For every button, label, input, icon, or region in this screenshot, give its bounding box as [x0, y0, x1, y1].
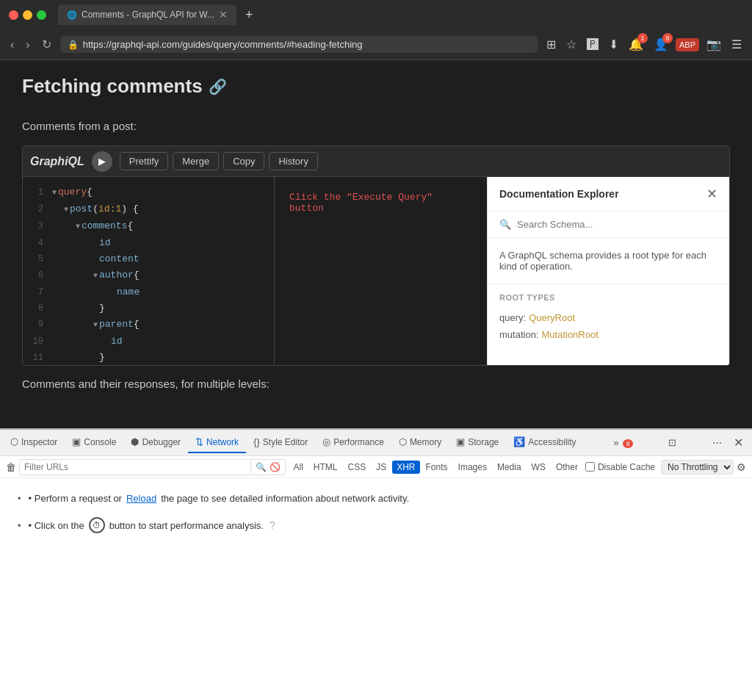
hint2-pre-text: • Click on the [29, 520, 84, 531]
doc-explorer-close-button[interactable]: ✕ [706, 186, 717, 202]
tab-close-button[interactable]: ✕ [219, 9, 228, 21]
filter-css-button[interactable]: CSS [343, 461, 370, 474]
forward-button[interactable]: › [23, 35, 32, 54]
new-tab-button[interactable]: + [239, 7, 259, 23]
graphiql-body: 1 ▼ query { 2 ▼ post(id:1) { 3 ▼ c [23, 177, 729, 365]
reload-page-button[interactable]: Reload [126, 493, 156, 504]
filter-block-icon[interactable]: 🚫 [270, 462, 281, 472]
address-bar[interactable]: 🔒 https://graphql-api.com/guides/query/c… [60, 36, 538, 53]
download-button[interactable]: ⬇ [606, 35, 621, 54]
pocket-button[interactable]: 🅿 [584, 35, 601, 54]
doc-query-value[interactable]: QueryRoot [529, 312, 575, 323]
devtools-content: • • Perform a request or Reload the page… [0, 478, 752, 700]
screenshot-button[interactable]: 📷 [704, 35, 724, 54]
network-hint-1: • • Perform a request or Reload the page… [18, 493, 734, 504]
disable-cache-input[interactable] [585, 462, 595, 472]
tab-style-editor[interactable]: {} Style Editor [246, 432, 315, 453]
tab-accessibility[interactable]: ♿ Accessibility [506, 432, 583, 453]
devtools-panel: ⬡ Inspector ▣ Console ⬢ Debugger ⇅ Netwo… [0, 428, 752, 700]
filter-other-button[interactable]: Other [552, 461, 582, 474]
devtools-responsive-button[interactable]: ⊡ [662, 434, 682, 451]
disable-cache-label: Disable Cache [598, 462, 655, 472]
doc-description: A GraphQL schema provides a root type fo… [488, 238, 729, 284]
merge-button[interactable]: Merge [173, 152, 219, 170]
disable-cache-checkbox[interactable]: Disable Cache [585, 462, 655, 472]
throttle-selector[interactable]: No Throttling [661, 460, 734, 475]
doc-explorer-header: Documentation Explorer ✕ [488, 177, 729, 212]
account-button[interactable]: 👤 9 [651, 35, 671, 54]
execute-hint: Click the "Execute Query" button [289, 192, 472, 214]
minimize-traffic-light[interactable] [23, 10, 32, 20]
filter-search-icon[interactable]: 🔍 [256, 462, 267, 472]
doc-search-input[interactable] [517, 219, 717, 230]
close-traffic-light[interactable] [9, 10, 18, 20]
history-button[interactable]: History [269, 152, 317, 170]
code-line-5: 5 content [23, 251, 274, 267]
filter-js-button[interactable]: JS [372, 461, 391, 474]
maximize-traffic-light[interactable] [37, 10, 46, 20]
code-line-1: 1 ▼ query { [23, 184, 274, 201]
active-tab[interactable]: 🌐 Comments - GraphQL API for W... ✕ [58, 4, 236, 25]
devtools-tabs: ⬡ Inspector ▣ Console ⬢ Debugger ⇅ Netwo… [0, 430, 752, 456]
tab-inspector[interactable]: ⬡ Inspector [3, 432, 65, 453]
doc-type-mutation: mutation: MutationRoot [499, 329, 717, 340]
filter-input-wrap: 🔍 🚫 [19, 459, 286, 475]
accessibility-icon: ♿ [513, 436, 525, 447]
section2-text: Comments and their responses, for multip… [22, 378, 730, 390]
menu-button[interactable]: ☰ [728, 35, 745, 54]
filter-html-button[interactable]: HTML [309, 461, 342, 474]
code-line-10: 10 id [23, 333, 274, 350]
filter-fonts-button[interactable]: Fonts [422, 461, 452, 474]
prettify-button[interactable]: Prettify [120, 152, 168, 170]
devtools-options-button[interactable]: ⋯ [706, 434, 728, 451]
clear-network-icon[interactable]: 🗑 [6, 461, 16, 473]
doc-mutation-value[interactable]: MutationRoot [541, 329, 598, 340]
help-icon[interactable]: ? [270, 519, 275, 531]
graphiql-logo: GraphiQL [30, 155, 84, 168]
devtools-close-button[interactable]: ✕ [728, 433, 749, 452]
console-icon: ▣ [72, 436, 81, 447]
network-icon: ⇅ [195, 436, 203, 447]
devtools-filter-bar: 🗑 🔍 🚫 All HTML CSS JS XHR Fonts Images M… [0, 456, 752, 478]
page-subtext: Comments from a post: [22, 120, 730, 132]
hint1-post-text: the page to see detailed information abo… [161, 493, 409, 504]
page-title: Fetching comments 🔗 [22, 75, 227, 98]
heading-anchor[interactable]: 🔗 [209, 78, 227, 95]
devtools-more-tabs-button[interactable]: » 9 [607, 434, 638, 451]
tab-storage-label: Storage [468, 437, 499, 447]
doc-explorer-title: Documentation Explorer [499, 188, 619, 200]
bookmark-button[interactable]: ☆ [563, 35, 579, 54]
tab-console[interactable]: ▣ Console [65, 432, 123, 453]
extension-button[interactable]: ABP [676, 38, 699, 51]
filter-xhr-button[interactable]: XHR [392, 461, 419, 474]
tab-performance[interactable]: ◎ Performance [315, 432, 391, 453]
style-editor-icon: {} [253, 436, 260, 447]
graphiql-editor[interactable]: 1 ▼ query { 2 ▼ post(id:1) { 3 ▼ c [23, 177, 274, 365]
notification-button[interactable]: 🔔 1 [626, 35, 646, 54]
performance-icon: ◎ [322, 436, 330, 447]
copy-button[interactable]: Copy [223, 152, 264, 170]
code-line-3: 3 ▼ comments { [23, 218, 274, 235]
debugger-icon: ⬢ [131, 436, 139, 447]
tab-network[interactable]: ⇅ Network [188, 432, 246, 453]
nav-actions: ⊞ ☆ 🅿 ⬇ 🔔 1 👤 9 ABP 📷 ☰ [543, 35, 745, 54]
filter-all-button[interactable]: All [289, 461, 307, 474]
execute-query-button[interactable]: ▶ [92, 151, 112, 172]
hint1-pre-text: • Perform a request or [29, 493, 122, 504]
tab-storage[interactable]: ▣ Storage [449, 432, 506, 453]
filter-images-button[interactable]: Images [454, 461, 491, 474]
filter-media-button[interactable]: Media [493, 461, 526, 474]
code-line-7: 7 name [23, 284, 274, 300]
back-button[interactable]: ‹ [7, 35, 17, 54]
containers-button[interactable]: ⊞ [543, 35, 559, 54]
page-content: Fetching comments 🔗 Comments from a post… [0, 60, 752, 416]
tab-debugger[interactable]: ⬢ Debugger [123, 432, 188, 453]
filter-url-input[interactable] [24, 462, 246, 472]
reload-button[interactable]: ↻ [39, 35, 54, 54]
network-settings-button[interactable]: ⚙ [737, 461, 746, 473]
graphiql-toolbar: GraphiQL ▶ Prettify Merge Copy History [23, 146, 729, 177]
tab-memory[interactable]: ⬡ Memory [391, 432, 449, 453]
hint2-post-text: button to start performance analysis. [109, 520, 264, 531]
filter-type-buttons: All HTML CSS JS XHR Fonts Images Media W… [289, 461, 582, 474]
filter-ws-button[interactable]: WS [527, 461, 550, 474]
